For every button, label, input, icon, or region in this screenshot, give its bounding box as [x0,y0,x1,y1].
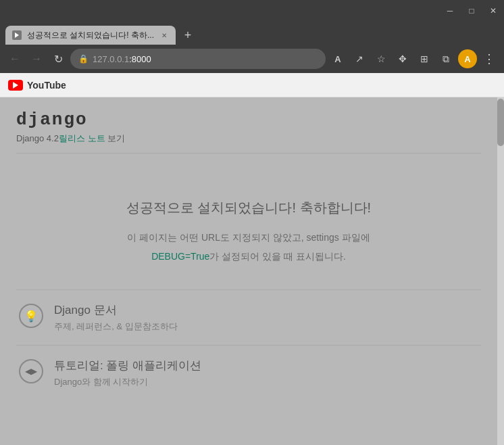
scrollbar-track[interactable] [497,97,504,445]
success-line2: 가 설정되어 있을 때 표시됩니다. [209,251,345,262]
title-bar: ─ □ ✕ [0,0,504,22]
bookmark-icon[interactable]: ☆ [372,49,390,68]
success-title: 성공적으로 설치되었습니다! 축하합니다! [30,199,468,217]
sidebar-toggle-icon[interactable]: ⊞ [415,49,434,68]
release-notes-link[interactable]: 릴리스 노트 [59,133,105,143]
docs-content: Django 문서 주제, 레퍼런스, & 입문참조하다 [54,302,178,333]
tab-title: 성공적으로 설치되었습니다! 축하... [27,30,154,41]
django-version: Django 4.2 [16,133,59,143]
active-tab[interactable]: 성공적으로 설치되었습니다! 축하... ✕ [5,26,176,45]
youtube-play-icon [13,82,18,89]
youtube-navbar: YouTube [0,73,504,97]
lock-icon: 🔒 [78,54,89,64]
django-header: django Django 4.2릴리스 노트 보기 [16,110,481,154]
docs-desc: 주제, 레퍼런스, & 입문참조하다 [54,321,178,333]
docs-icon: 💡 [19,304,43,328]
menu-button[interactable]: ⋮ [480,49,499,68]
url-display: 127.0.0.1:8000 [93,54,318,64]
extensions-icon[interactable]: ✥ [393,49,412,68]
minimize-button[interactable]: ─ [445,6,455,16]
split-icon[interactable]: ⧉ [436,49,455,68]
toolbar: ← → ↻ 🔒 127.0.0.1:8000 A ↗ ☆ ✥ ⊞ ⧉ A ⋮ [0,45,504,73]
django-title: django [16,110,481,130]
main-content: django Django 4.2릴리스 노트 보기 성공적으로 설치되었습니다… [0,97,497,445]
tab-bar: 성공적으로 설치되었습니다! 축하... ✕ + [0,22,504,45]
translate-icon[interactable]: A [328,49,347,68]
tutorial-icon: ◀▶ [19,359,43,383]
close-button[interactable]: ✕ [488,6,499,16]
content-wrapper: django Django 4.2릴리스 노트 보기 성공적으로 설치되었습니다… [0,97,504,445]
maximize-button[interactable]: □ [466,6,477,16]
subtitle-suffix: 보기 [105,133,126,143]
success-description: 이 페이지는 어떤 URL도 지정되지 않았고, settings 파일에 DE… [30,228,468,266]
reload-button[interactable]: ↻ [49,49,68,68]
scrollbar-thumb[interactable] [497,99,504,146]
django-subtitle: Django 4.2릴리스 노트 보기 [16,133,481,145]
docs-title[interactable]: Django 문서 [54,302,178,318]
debug-true-link[interactable]: DEBUG=True [151,251,209,262]
forward-button[interactable]: → [27,49,46,68]
tab-close-button[interactable]: ✕ [159,32,169,39]
new-tab-button[interactable]: + [178,26,197,45]
profile-avatar[interactable]: A [458,49,477,68]
tutorial-content: 튜토리얼: 폴링 애플리케이션 Django와 함께 시작하기 [54,358,201,388]
docs-section: 💡 Django 문서 주제, 레퍼런스, & 입문참조하다 [16,290,481,346]
youtube-logo-icon[interactable] [8,80,23,91]
tab-favicon [12,30,22,40]
back-button[interactable]: ← [5,49,24,68]
success-line1: 이 페이지는 어떤 URL도 지정되지 않았고, settings 파일에 [127,232,370,243]
tutorial-desc: Django와 함께 시작하기 [54,376,201,388]
success-section: 성공적으로 설치되었습니다! 축하합니다! 이 페이지는 어떤 URL도 지정되… [16,162,481,289]
tutorial-section: ◀▶ 튜토리얼: 폴링 애플리케이션 Django와 함께 시작하기 [16,346,481,400]
address-bar[interactable]: 🔒 127.0.0.1:8000 [70,49,326,69]
youtube-name[interactable]: YouTube [27,80,66,91]
tutorial-title[interactable]: 튜토리얼: 폴링 애플리케이션 [54,358,201,373]
share-icon[interactable]: ↗ [350,49,369,68]
